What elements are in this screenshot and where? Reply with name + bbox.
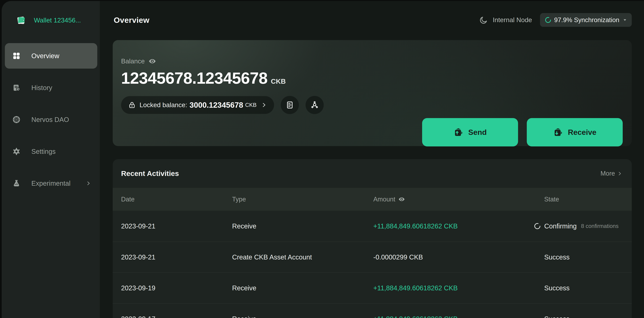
history-doc-clock-icon bbox=[12, 84, 21, 92]
row-state-label: Success bbox=[544, 254, 570, 261]
activity-row[interactable]: 2023-09-17 Receive +11,884,849.60618262 … bbox=[113, 303, 632, 318]
wallet-selector[interactable]: Wallet 123456... bbox=[16, 15, 95, 26]
row-type: Create CKB Asset Account bbox=[232, 254, 373, 261]
sidebar-nav: Overview History bbox=[2, 43, 100, 196]
balance-amount-row: 12345678.12345678 CKB bbox=[121, 69, 632, 88]
sidebar-item-label: History bbox=[31, 84, 52, 92]
balance-actions: Send Receive bbox=[422, 118, 623, 146]
row-state: Confirming 8 confirmations bbox=[544, 222, 628, 230]
atom-icon bbox=[12, 116, 21, 124]
row-type: Receive bbox=[232, 284, 373, 292]
send-button[interactable]: Send bbox=[422, 118, 518, 146]
confirming-spinner-icon bbox=[534, 222, 541, 230]
sidebar-item-history[interactable]: History bbox=[5, 75, 97, 100]
flask-icon bbox=[12, 179, 21, 188]
column-header-type: Type bbox=[232, 196, 373, 203]
document-list-icon bbox=[286, 101, 294, 109]
sidebar-item-experimental[interactable]: Experimental bbox=[5, 170, 97, 196]
sidebar-item-overview[interactable]: Overview bbox=[5, 43, 97, 68]
row-type: Receive bbox=[232, 222, 373, 230]
main-content: Overview Internal Node 97.9% Synchroniza… bbox=[100, 1, 644, 318]
wallet-arrow-down-icon bbox=[553, 128, 563, 137]
activities-title-row: Recent Activities More bbox=[113, 159, 632, 188]
balance-label: Balance bbox=[121, 58, 145, 65]
node-type-label: Internal Node bbox=[493, 16, 532, 24]
gear-icon bbox=[12, 147, 21, 156]
caret-down-icon bbox=[623, 18, 627, 22]
row-state-label: Success bbox=[544, 315, 570, 318]
row-amount: -0.0000299 CKB bbox=[373, 254, 544, 261]
receive-button[interactable]: Receive bbox=[527, 118, 623, 146]
wallet-arrow-up-icon bbox=[454, 128, 463, 137]
amount-visibility-eye-icon[interactable] bbox=[398, 196, 405, 202]
moon-icon[interactable] bbox=[479, 16, 488, 24]
locked-balance-amount: 3000.12345678 bbox=[190, 100, 243, 110]
column-header-amount: Amount bbox=[373, 196, 544, 203]
sidebar: Wallet 123456... Overview History bbox=[2, 1, 100, 318]
row-amount: +11,884,849.60618262 CKB bbox=[373, 222, 544, 230]
network-nodes-icon bbox=[310, 101, 319, 109]
chevron-right-icon bbox=[617, 171, 622, 176]
row-state-note: 8 confirmations bbox=[581, 223, 618, 229]
wallet-name: Wallet 123456... bbox=[34, 16, 81, 24]
topbar-controls: Internal Node 97.9% Synchronization bbox=[479, 13, 632, 27]
cell-management-button[interactable] bbox=[281, 96, 299, 114]
sync-spinner-icon bbox=[545, 16, 552, 23]
row-state-label: Confirming bbox=[544, 222, 576, 230]
sidebar-item-label: Experimental bbox=[31, 180, 70, 187]
row-date: 2023-09-21 bbox=[121, 222, 232, 230]
sidebar-item-label: Settings bbox=[31, 148, 56, 155]
row-date: 2023-09-17 bbox=[121, 315, 232, 318]
more-label: More bbox=[600, 170, 615, 177]
row-date: 2023-09-21 bbox=[121, 254, 232, 261]
chevron-right-icon bbox=[260, 102, 267, 108]
column-header-date: Date bbox=[121, 196, 232, 203]
row-state-label: Success bbox=[544, 284, 570, 292]
recent-activities-card: Recent Activities More Date Type Amount bbox=[113, 159, 632, 318]
row-state: Success bbox=[544, 284, 628, 292]
locked-balance-button[interactable]: Locked balance: 3000.12345678 CKB bbox=[121, 96, 274, 114]
page-title: Overview bbox=[114, 16, 150, 25]
activity-row[interactable]: 2023-09-21 Create CKB Asset Account -0.0… bbox=[113, 242, 632, 272]
sidebar-item-settings[interactable]: Settings bbox=[5, 139, 97, 164]
activity-row[interactable]: 2023-09-19 Receive +11,884,849.60618262 … bbox=[113, 272, 632, 303]
send-button-label: Send bbox=[468, 128, 487, 137]
column-header-state: State bbox=[544, 196, 628, 203]
sidebar-item-nervos-dao[interactable]: Nervos DAO bbox=[5, 107, 97, 132]
row-amount: +11,884,849.60618262 CKB bbox=[373, 284, 544, 292]
row-date: 2023-09-19 bbox=[121, 284, 232, 292]
activity-row[interactable]: 2023-09-21 Receive +11,884,849.60618262 … bbox=[113, 211, 632, 242]
balance-visibility-eye-icon[interactable] bbox=[148, 57, 156, 65]
balance-sub-row: Locked balance: 3000.12345678 CKB bbox=[121, 96, 632, 114]
activities-table-header: Date Type Amount State bbox=[113, 188, 632, 211]
topbar: Overview Internal Node 97.9% Synchroniza… bbox=[100, 1, 644, 39]
activities-rows: 2023-09-21 Receive +11,884,849.60618262 … bbox=[113, 211, 632, 318]
lock-icon bbox=[128, 101, 136, 109]
sidebar-item-label: Nervos DAO bbox=[31, 116, 69, 124]
locked-balance-unit: CKB bbox=[245, 102, 256, 108]
row-type: Receive bbox=[232, 315, 373, 318]
sync-status-text: 97.9% Synchronization bbox=[554, 16, 619, 24]
grid-icon bbox=[12, 52, 21, 60]
row-state: Success bbox=[544, 254, 628, 261]
activities-title: Recent Activities bbox=[121, 170, 179, 178]
more-link[interactable]: More bbox=[600, 170, 622, 177]
wallet-logo-icon bbox=[16, 15, 26, 26]
sync-status-dropdown[interactable]: 97.9% Synchronization bbox=[540, 13, 632, 27]
row-amount: +11,884,849.60618262 CKB bbox=[373, 315, 544, 318]
network-graph-button[interactable] bbox=[306, 96, 324, 114]
balance-amount: 12345678.12345678 bbox=[121, 69, 268, 88]
balance-card: Balance 12345678.12345678 CKB bbox=[113, 40, 632, 146]
balance-label-row: Balance bbox=[121, 40, 632, 65]
receive-button-label: Receive bbox=[568, 128, 596, 137]
row-state: Success bbox=[544, 315, 628, 318]
app-window: Wallet 123456... Overview History bbox=[2, 1, 644, 318]
balance-unit: CKB bbox=[271, 78, 286, 85]
sidebar-item-label: Overview bbox=[31, 52, 59, 60]
chevron-right-icon bbox=[86, 180, 91, 186]
locked-balance-label: Locked balance: bbox=[140, 101, 187, 109]
